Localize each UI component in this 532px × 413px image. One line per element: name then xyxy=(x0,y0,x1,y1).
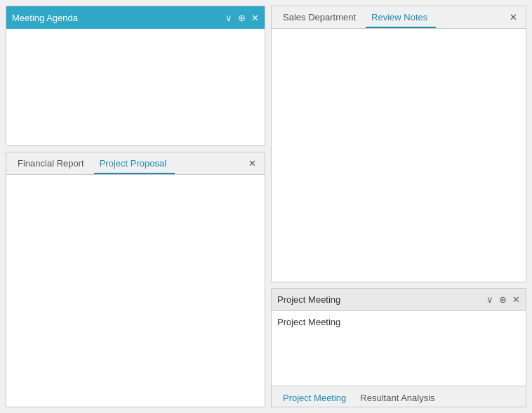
bottom-tabbed-content xyxy=(6,175,265,407)
top-tabbed-content xyxy=(272,29,526,282)
top-tabbed-panel: Sales Department Review Notes ✕ xyxy=(271,6,526,282)
top-tabbar: Sales Department Review Notes ✕ xyxy=(272,6,526,29)
bottom-tabbed-panel: Financial Report Project Proposal ✕ xyxy=(6,152,265,407)
project-meeting-close-icon[interactable]: ✕ xyxy=(512,295,520,304)
meeting-agenda-titlebar: Meeting Agenda ∨ ⊕ ✕ xyxy=(6,6,265,29)
meeting-agenda-controls: ∨ ⊕ ✕ xyxy=(225,13,259,22)
tab-project-proposal[interactable]: Project Proposal xyxy=(94,154,175,174)
bottom-tabbar: Financial Report Project Proposal ✕ xyxy=(6,152,265,175)
bottom-tab-resultant-analysis[interactable]: Resultant Analysis xyxy=(354,388,443,407)
project-meeting-title: Project Meeting xyxy=(277,294,340,305)
project-meeting-collapse-icon[interactable]: ∨ xyxy=(486,295,493,304)
tab-financial-report[interactable]: Financial Report xyxy=(12,154,93,174)
project-meeting-bottom-tabbar: Project Meeting Resultant Analysis xyxy=(272,386,526,407)
tab-sales-department[interactable]: Sales Department xyxy=(277,8,364,28)
meeting-agenda-pin-icon[interactable]: ⊕ xyxy=(238,13,246,22)
left-panel: Meeting Agenda ∨ ⊕ ✕ Financial Report Pr… xyxy=(6,6,265,407)
project-meeting-body-text: Project Meeting xyxy=(277,317,340,327)
meeting-agenda-title: Meeting Agenda xyxy=(12,13,78,23)
meeting-agenda-collapse-icon[interactable]: ∨ xyxy=(225,13,232,22)
project-meeting-panel: Project Meeting ∨ ⊕ ✕ Project Meeting Pr… xyxy=(271,288,526,407)
right-panel: Sales Department Review Notes ✕ Project … xyxy=(271,6,526,407)
project-meeting-content: Project Meeting xyxy=(272,311,526,386)
meeting-agenda-window: Meeting Agenda ∨ ⊕ ✕ xyxy=(6,6,265,146)
meeting-agenda-content xyxy=(6,29,265,145)
tab-review-notes[interactable]: Review Notes xyxy=(366,8,436,28)
bottom-tab-project-meeting[interactable]: Project Meeting xyxy=(277,388,354,407)
bottom-tabbed-close-icon[interactable]: ✕ xyxy=(246,158,259,169)
project-meeting-titlebar: Project Meeting ∨ ⊕ ✕ xyxy=(272,289,526,311)
top-tabbed-close-icon[interactable]: ✕ xyxy=(507,12,520,22)
project-meeting-pin-icon[interactable]: ⊕ xyxy=(499,295,507,304)
project-meeting-controls: ∨ ⊕ ✕ xyxy=(486,295,520,304)
meeting-agenda-close-icon[interactable]: ✕ xyxy=(251,13,259,22)
